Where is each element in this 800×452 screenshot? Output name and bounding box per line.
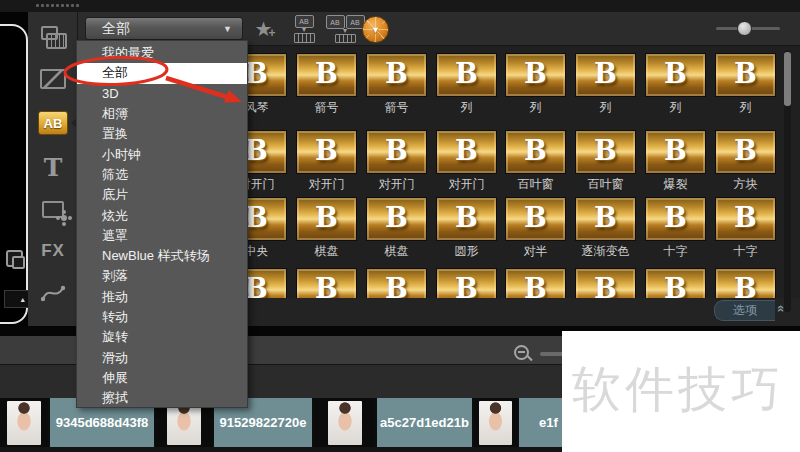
- menu-item[interactable]: 推动: [77, 287, 247, 307]
- transition-thumbnail[interactable]: B: [296, 53, 357, 97]
- menu-item[interactable]: 转动: [77, 307, 247, 327]
- transition-thumbnail[interactable]: B: [436, 268, 497, 298]
- transition-thumbnail[interactable]: B: [645, 197, 706, 241]
- transition-label: 对开门: [361, 176, 432, 190]
- newblue-b-logo: B: [576, 198, 635, 238]
- transition-thumbnail[interactable]: B: [366, 130, 427, 174]
- transition-thumbnail[interactable]: B: [505, 268, 566, 298]
- transition-thumbnail[interactable]: B: [366, 268, 427, 298]
- apply-random-transitions-button[interactable]: AB AB ▾: [327, 15, 363, 43]
- menu-item[interactable]: 滑动: [77, 347, 247, 367]
- menu-item[interactable]: 擦拭: [77, 388, 247, 408]
- newblue-b-logo: B: [576, 131, 635, 171]
- menu-item[interactable]: 剥落: [77, 266, 247, 286]
- category-dropdown[interactable]: 全部 ▼: [85, 17, 243, 40]
- transition-thumbnail[interactable]: B: [575, 197, 636, 241]
- transition-thumbnail[interactable]: B: [366, 197, 427, 241]
- sidebar-item-graphics[interactable]: [28, 194, 78, 224]
- transition-thumbnail[interactable]: B: [296, 130, 357, 174]
- duplicate-view-icon[interactable]: [6, 250, 23, 267]
- transition-label: 列: [500, 99, 571, 113]
- menu-item[interactable]: 我的最爱: [77, 43, 247, 63]
- grip-dots: [36, 4, 79, 7]
- chevron-down-icon: ▼: [223, 24, 232, 34]
- newblue-effects-button[interactable]: ▼: [362, 16, 389, 43]
- value-stepper[interactable]: ▲▼: [4, 290, 28, 308]
- transition-thumbnail[interactable]: B: [436, 197, 497, 241]
- options-button[interactable]: 选项: [714, 300, 775, 321]
- newblue-b-logo: B: [297, 131, 356, 171]
- menu-item[interactable]: 旋转: [77, 327, 247, 347]
- apply-ab-random-icon: AB: [326, 15, 345, 29]
- transition-thumbnail[interactable]: B: [645, 268, 706, 298]
- transition-thumbnail[interactable]: B: [505, 53, 566, 97]
- menu-item[interactable]: 小时钟: [77, 144, 247, 164]
- zoom-out-icon[interactable]: [514, 345, 529, 360]
- transition-label: 十字: [710, 243, 781, 257]
- menu-item[interactable]: 全部: [77, 63, 247, 83]
- photo-clip[interactable]: [474, 398, 517, 447]
- media-clip[interactable]: a5c27d1ed21b: [375, 398, 474, 447]
- newblue-b-logo: B: [506, 269, 565, 298]
- transition-label: 百叶窗: [500, 176, 571, 190]
- newblue-b-logo: B: [297, 269, 356, 298]
- menu-item[interactable]: 伸展: [77, 368, 247, 388]
- transition-thumbnail[interactable]: B: [436, 53, 497, 97]
- transition-thumbnail[interactable]: B: [505, 130, 566, 174]
- transition-label: 棋盘: [291, 243, 362, 257]
- transition-label: 列: [710, 99, 781, 113]
- transition-label: 十字: [640, 243, 711, 257]
- transition-thumbnail[interactable]: B: [436, 130, 497, 174]
- newblue-b-logo: B: [506, 54, 565, 94]
- newblue-b-logo: B: [646, 198, 705, 238]
- sidebar-item-path[interactable]: [28, 278, 78, 308]
- menu-item[interactable]: 相簿: [77, 104, 247, 124]
- transition-thumbnail[interactable]: B: [505, 197, 566, 241]
- path-icon: [40, 283, 66, 303]
- sidebar-item-media[interactable]: [28, 22, 78, 52]
- photo-clip[interactable]: [0, 398, 48, 447]
- transition-thumbnail[interactable]: B: [575, 130, 636, 174]
- transition-label: 棋盘: [361, 243, 432, 257]
- transition-label: 对开门: [431, 176, 502, 190]
- newblue-b-logo: B: [576, 269, 635, 298]
- transition-thumbnail[interactable]: B: [715, 197, 776, 241]
- watermark-text: 软件技巧: [572, 357, 784, 423]
- add-to-favorites-button[interactable]: ★ +: [249, 15, 281, 43]
- transition-thumbnail[interactable]: B: [366, 53, 427, 97]
- transition-thumbnail[interactable]: B: [645, 130, 706, 174]
- menu-item[interactable]: 筛选: [77, 165, 247, 185]
- transition-label: 列: [431, 99, 502, 113]
- menu-item[interactable]: 遮罩: [77, 226, 247, 246]
- sidebar-item-title[interactable]: T: [28, 152, 78, 182]
- transition-thumbnail[interactable]: B: [715, 53, 776, 97]
- filter-fx-icon: FX: [41, 241, 65, 261]
- sidebar-item-filter[interactable]: FX: [28, 236, 78, 266]
- clip-filename: e1f: [539, 415, 558, 430]
- gallery-scrollbar-thumb[interactable]: [784, 52, 791, 106]
- menu-item[interactable]: 3D: [77, 84, 247, 104]
- transition-thumbnail[interactable]: B: [575, 268, 636, 298]
- transition-thumbnail[interactable]: B: [715, 268, 776, 298]
- transition-label: 对半: [500, 243, 571, 257]
- category-dropdown-value: 全部: [102, 20, 130, 38]
- newblue-b-logo: B: [506, 198, 565, 238]
- newblue-b-logo: B: [437, 269, 496, 298]
- transition-thumbnail[interactable]: B: [296, 268, 357, 298]
- menu-item[interactable]: 置换: [77, 124, 247, 144]
- transition-thumbnail[interactable]: B: [645, 53, 706, 97]
- newblue-b-logo: B: [716, 131, 775, 171]
- menu-item[interactable]: NewBlue 样式转场: [77, 246, 247, 266]
- sidebar-item-instant-project[interactable]: [28, 64, 78, 94]
- apply-current-transition-button[interactable]: AB ▾: [287, 15, 321, 43]
- collapse-chevron-icon[interactable]: «: [774, 305, 789, 312]
- title-icon: T: [44, 153, 63, 182]
- photo-clip[interactable]: [314, 398, 375, 447]
- transition-label: 列: [640, 99, 711, 113]
- transition-thumbnail[interactable]: B: [715, 130, 776, 174]
- transition-thumbnail[interactable]: B: [296, 197, 357, 241]
- thumbnail-size-slider-handle[interactable]: [737, 21, 752, 36]
- menu-item[interactable]: 炫光: [77, 205, 247, 225]
- transition-thumbnail[interactable]: B: [575, 53, 636, 97]
- menu-item[interactable]: 底片: [77, 185, 247, 205]
